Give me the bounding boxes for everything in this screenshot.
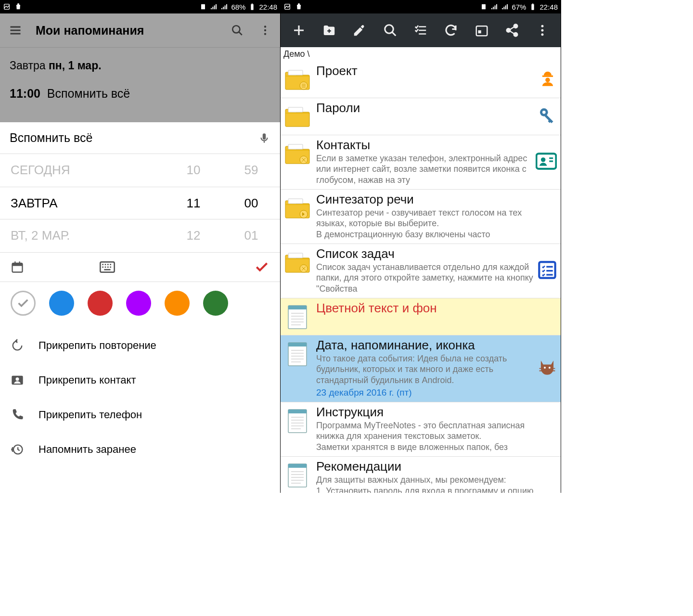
minute-option-selected[interactable]: 00 bbox=[222, 187, 280, 219]
calendar-icon[interactable] bbox=[11, 260, 24, 274]
key-icon bbox=[538, 106, 557, 127]
edit-icon[interactable] bbox=[352, 23, 367, 38]
search-icon[interactable] bbox=[383, 23, 398, 38]
datetime-picker[interactable]: СЕГОДНЯ ЗАВТРА ВТ, 2 МАР. 10 11 12 59 00… bbox=[0, 154, 280, 252]
color-none[interactable] bbox=[11, 291, 36, 316]
signal-icon bbox=[210, 3, 218, 11]
note-item[interactable]: Цветной текст и фон bbox=[281, 298, 561, 335]
attach-phone[interactable]: Прикрепить телефон bbox=[0, 398, 280, 432]
day-option-selected[interactable]: ЗАВТРА bbox=[0, 187, 165, 219]
note-desc: Если в заметке указан телефон, электронн… bbox=[316, 153, 534, 186]
svg-point-5 bbox=[264, 26, 266, 27]
note-item[interactable]: РекомендацииДля защиты важных данных, мы… bbox=[281, 457, 561, 493]
hour-option-selected[interactable]: 11 bbox=[165, 187, 222, 219]
breadcrumb[interactable]: Демо \ bbox=[281, 47, 561, 61]
color-purple[interactable] bbox=[126, 291, 151, 316]
note-item[interactable]: Список задачСписок задач устанавливается… bbox=[281, 244, 561, 298]
color-orange[interactable] bbox=[165, 291, 190, 316]
color-blue[interactable] bbox=[49, 291, 74, 316]
minute-option[interactable]: 59 bbox=[222, 154, 280, 187]
share-icon[interactable] bbox=[505, 23, 519, 38]
menu-icon[interactable] bbox=[9, 24, 22, 37]
svg-rect-28 bbox=[532, 4, 534, 10]
note-item[interactable]: Синтезатор речиСинтезатор речи - озвучив… bbox=[281, 190, 561, 244]
hour-option[interactable]: 12 bbox=[165, 219, 222, 252]
clock: 22:48 bbox=[539, 3, 558, 11]
svg-rect-3 bbox=[252, 3, 253, 4]
note-item[interactable]: ИнструкцияПрограмма MyTreeNotes - это бе… bbox=[281, 402, 561, 457]
note-item[interactable]: Проект bbox=[281, 61, 561, 98]
color-green[interactable] bbox=[203, 291, 228, 316]
checklist-icon[interactable] bbox=[413, 23, 428, 38]
note-desc: Программа MyTreeNotes - это бесплатная з… bbox=[316, 420, 534, 453]
reminder-sheet: Вспомнить всё СЕГОДНЯ ЗАВТРА ВТ, 2 МАР. … bbox=[0, 122, 280, 493]
svg-rect-51 bbox=[288, 144, 303, 149]
svg-point-54 bbox=[541, 157, 545, 162]
note-title: Инструкция bbox=[316, 405, 534, 419]
note-item[interactable]: КонтактыЕсли в заметке указан телефон, э… bbox=[281, 135, 561, 190]
svg-rect-11 bbox=[14, 261, 15, 264]
app-title: Мои напоминания bbox=[36, 24, 144, 38]
note-item[interactable]: Дата, напоминание, иконкаЧто такое дата … bbox=[281, 335, 561, 402]
svg-rect-31 bbox=[476, 26, 487, 36]
signal2-icon bbox=[220, 3, 228, 11]
note-thumb-icon bbox=[283, 66, 311, 94]
confirm-icon[interactable] bbox=[254, 259, 270, 275]
svg-point-36 bbox=[541, 25, 544, 27]
note-title: Цветной текст и фон bbox=[316, 301, 534, 315]
more-icon[interactable] bbox=[259, 24, 271, 37]
reminder-text: Вспомнить всё bbox=[10, 131, 92, 145]
svg-rect-20 bbox=[107, 267, 109, 268]
svg-rect-16 bbox=[107, 264, 109, 265]
svg-rect-27 bbox=[482, 4, 486, 10]
svg-rect-46 bbox=[288, 107, 303, 112]
attach-contact[interactable]: Прикрепить контакт bbox=[0, 363, 280, 398]
reminder-input-row[interactable]: Вспомнить всё bbox=[0, 122, 280, 154]
checklist-icon bbox=[538, 260, 557, 282]
attach-label: Прикрепить повторение bbox=[38, 339, 156, 352]
attach-label: Напомнить заранее bbox=[38, 443, 136, 456]
microphone-icon[interactable] bbox=[258, 132, 270, 144]
bg-time: 11:00 bbox=[10, 87, 40, 100]
bg-day-prefix: Завтра bbox=[10, 59, 49, 72]
svg-rect-29 bbox=[532, 3, 534, 4]
sim-icon bbox=[480, 3, 488, 11]
svg-point-45 bbox=[545, 77, 550, 82]
minute-option[interactable]: 01 bbox=[222, 219, 280, 252]
day-option[interactable]: СЕГОДНЯ bbox=[0, 154, 165, 187]
attach-repeat[interactable]: Прикрепить повторение bbox=[0, 328, 280, 363]
day-option[interactable]: ВТ, 2 МАР. bbox=[0, 219, 165, 252]
svg-rect-8 bbox=[263, 133, 266, 140]
today-icon[interactable] bbox=[475, 23, 489, 38]
note-title: Дата, напоминание, иконка bbox=[316, 338, 534, 352]
new-folder-icon[interactable] bbox=[322, 23, 336, 38]
worker-icon bbox=[539, 69, 557, 90]
svg-point-24 bbox=[16, 377, 19, 381]
cat-icon bbox=[538, 359, 557, 378]
keyboard-icon[interactable] bbox=[100, 261, 115, 273]
note-thumb-icon bbox=[283, 194, 311, 222]
svg-point-79 bbox=[544, 367, 546, 369]
attach-label: Прикрепить телефон bbox=[38, 409, 142, 421]
svg-rect-15 bbox=[104, 264, 106, 265]
note-desc: Для защиты важных данных, мы рекомендуем… bbox=[316, 475, 534, 493]
notes-list: ПроектПаролиКонтактыЕсли в заметке указа… bbox=[281, 61, 561, 493]
note-title: Список задач bbox=[316, 247, 534, 261]
notification-icon bbox=[3, 3, 11, 11]
color-red[interactable] bbox=[88, 291, 113, 316]
add-icon[interactable] bbox=[292, 23, 306, 38]
note-item[interactable]: Пароли bbox=[281, 98, 561, 135]
attach-remind-early[interactable]: Напомнить заранее bbox=[0, 432, 280, 467]
background-list: Завтра пн, 1 мар. 11:00 Вспомнить всё bbox=[0, 48, 280, 123]
sync-icon[interactable] bbox=[444, 23, 458, 38]
search-icon[interactable] bbox=[231, 24, 244, 37]
color-picker bbox=[0, 282, 280, 324]
note-desc: Что такое дата события: Идея была не соз… bbox=[316, 353, 534, 386]
svg-point-48 bbox=[542, 111, 546, 114]
svg-point-7 bbox=[264, 33, 266, 35]
svg-rect-39 bbox=[288, 70, 303, 75]
more-icon[interactable] bbox=[535, 23, 550, 38]
hour-option[interactable]: 10 bbox=[165, 154, 222, 187]
svg-rect-1 bbox=[201, 4, 205, 10]
note-desc: Список задач устанавливается отдельно дл… bbox=[316, 262, 534, 295]
